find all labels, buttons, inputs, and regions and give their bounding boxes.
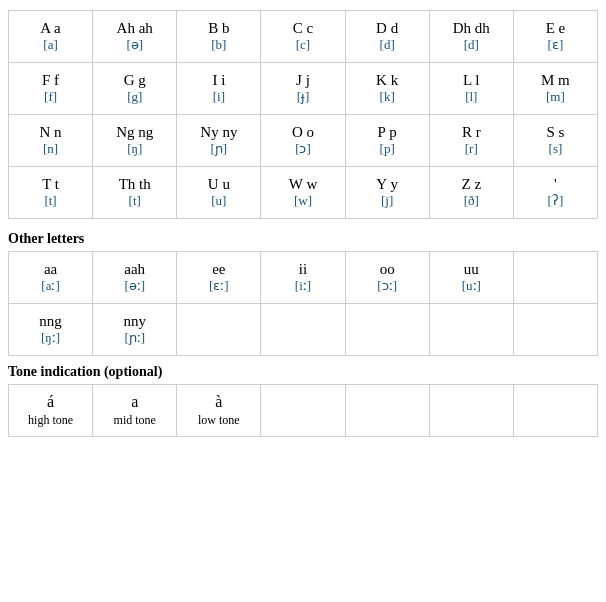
cell-ipa: [aː] [41,278,59,294]
cell-ipa: [i] [213,89,225,105]
cell-letter: T t [42,176,59,193]
cell-ipa: [r] [465,141,478,157]
other-letters-section: Other letters aa[aː]aah[əː]ee[ɛː]ii[iː]o… [8,231,598,356]
other-cell [514,252,598,304]
tone-letter: à [215,393,222,411]
tone-section: Tone indication (optional) áhigh toneami… [8,364,598,437]
other-cell [346,304,430,356]
tone-letter: a [131,393,138,411]
alphabet-cell: D d[d] [346,11,430,63]
cell-letter: aa [44,261,57,278]
cell-ipa: [n] [43,141,58,157]
tone-cell: amid tone [93,385,177,437]
alphabet-cell: G g[g] [93,63,177,115]
tone-cell: áhigh tone [9,385,93,437]
other-cell: nny[ɲː] [93,304,177,356]
other-letters-grid: aa[aː]aah[əː]ee[ɛː]ii[iː]oo[ɔː]uu[uː]nng… [8,251,598,356]
other-cell: oo[ɔː] [346,252,430,304]
cell-ipa: [w] [294,193,312,209]
alphabet-cell: Ah ah[ə] [93,11,177,63]
other-cell: uu[uː] [430,252,514,304]
alphabet-cell: E e[ɛ] [514,11,598,63]
cell-ipa: [ɔː] [377,278,397,294]
cell-letter: U u [208,176,230,193]
alphabet-cell: '[ʔ] [514,167,598,219]
cell-letter: uu [464,261,479,278]
cell-letter: Th th [119,176,151,193]
cell-letter: A a [40,20,60,37]
cell-ipa: [t] [44,193,56,209]
alphabet-cell: Dh dh[d] [430,11,514,63]
cell-ipa: [ɲ] [211,141,228,157]
tone-grid: áhigh toneamid toneàlow tone [8,384,598,437]
cell-letter: Y y [376,176,398,193]
cell-letter: G g [124,72,146,89]
cell-ipa: [iː] [295,278,311,294]
cell-ipa: [d] [464,37,479,53]
alphabet-cell: B b[b] [177,11,261,63]
cell-ipa: [g] [127,89,142,105]
other-cell: ii[iː] [261,252,345,304]
cell-letter: O o [292,124,314,141]
other-cell: nng[ŋː] [9,304,93,356]
alphabet-cell: M m[m] [514,63,598,115]
cell-ipa: [ɲː] [124,330,145,346]
cell-ipa: [a] [43,37,57,53]
cell-ipa: [ð] [464,193,479,209]
cell-letter: ii [299,261,307,278]
cell-ipa: [ɛː] [209,278,229,294]
cell-ipa: [t] [129,193,141,209]
alphabet-cell: C c[c] [261,11,345,63]
cell-letter: B b [208,20,229,37]
cell-ipa: [uː] [462,278,481,294]
alphabet-cell: P p[p] [346,115,430,167]
tone-letter: á [47,393,54,411]
cell-letter: N n [40,124,62,141]
cell-letter: aah [124,261,145,278]
main-alphabet-grid: A a[a]Ah ah[ə]B b[b]C c[c]D d[d]Dh dh[d]… [8,10,598,219]
cell-ipa: [s] [549,141,563,157]
alphabet-cell: Ny ny[ɲ] [177,115,261,167]
alphabet-cell: Ng ng[ŋ] [93,115,177,167]
cell-letter: P p [378,124,397,141]
tone-cell-empty [430,385,514,437]
cell-ipa: [ŋ] [127,141,142,157]
cell-ipa: [f] [44,89,57,105]
other-cell [177,304,261,356]
cell-ipa: [d] [380,37,395,53]
other-cell: aah[əː] [93,252,177,304]
alphabet-cell: Z z[ð] [430,167,514,219]
cell-letter: nny [123,313,146,330]
cell-letter: Ah ah [117,20,153,37]
other-cell [261,304,345,356]
cell-letter: Z z [461,176,481,193]
alphabet-cell: S s[s] [514,115,598,167]
cell-ipa: [ʔ] [548,193,564,209]
cell-ipa: [p] [380,141,395,157]
cell-letter: L l [463,72,480,89]
cell-letter: C c [293,20,313,37]
alphabet-cell: Th th[t] [93,167,177,219]
other-cell: aa[aː] [9,252,93,304]
cell-ipa: [j] [381,193,393,209]
tone-cell: àlow tone [177,385,261,437]
cell-ipa: [ə] [126,37,143,53]
cell-ipa: [k] [380,89,395,105]
other-cell: ee[ɛː] [177,252,261,304]
cell-letter: K k [376,72,398,89]
cell-ipa: [c] [296,37,310,53]
cell-ipa: [b] [211,37,226,53]
alphabet-cell: R r[r] [430,115,514,167]
alphabet-cell: A a[a] [9,11,93,63]
cell-letter: R r [462,124,481,141]
alphabet-cell: T t[t] [9,167,93,219]
cell-letter: W w [289,176,317,193]
cell-letter: Ng ng [116,124,153,141]
alphabet-cell: F f[f] [9,63,93,115]
cell-letter: J j [296,72,310,89]
other-letters-title: Other letters [8,231,598,247]
cell-ipa: [ɟ] [297,89,310,105]
cell-letter: D d [376,20,398,37]
cell-ipa: [m] [546,89,565,105]
cell-letter: M m [541,72,570,89]
